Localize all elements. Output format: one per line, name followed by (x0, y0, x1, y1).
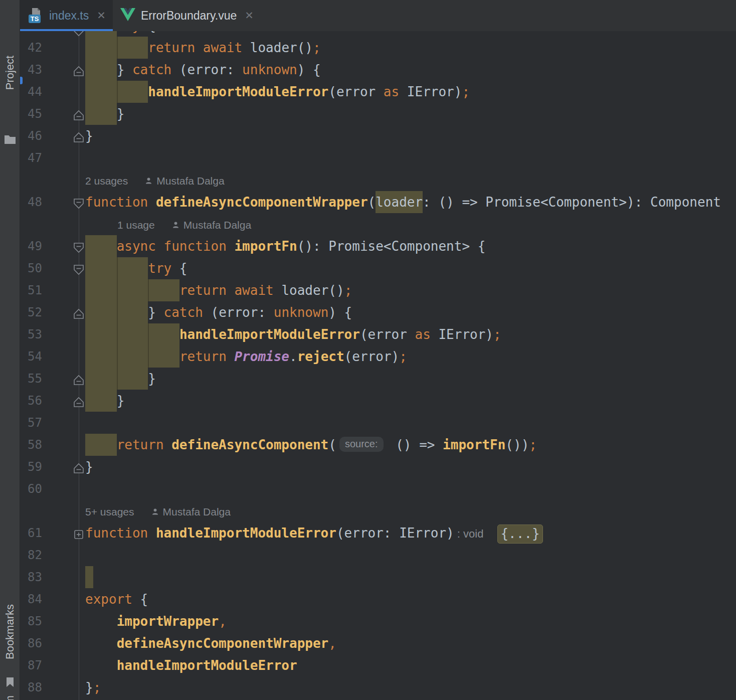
inlay-row[interactable]: 1 usageMustafa Dalga (20, 213, 736, 235)
code-line[interactable]: 54 return Promise.reject(error); (20, 345, 736, 368)
author-name: Mustafa Dalga (183, 214, 251, 236)
sidebar-item-partial[interactable]: m (4, 695, 17, 700)
line-number[interactable]: 49 (20, 235, 42, 257)
fold-up-icon[interactable] (73, 130, 84, 142)
inlay-row[interactable]: 5+ usagesMustafa Dalga (20, 500, 736, 522)
code-line[interactable]: 53 handleImportModuleError(error as IErr… (20, 323, 736, 345)
code-line[interactable]: 51 return await loader(); (20, 279, 736, 301)
fold-up-icon[interactable] (73, 64, 84, 76)
code-line[interactable]: 57 (20, 412, 736, 434)
code-token: loader() (281, 283, 344, 298)
code-line[interactable]: 86 defineAsyncComponentWrapper, (20, 632, 736, 654)
line-number[interactable]: 57 (20, 412, 42, 434)
line-number[interactable]: 84 (20, 588, 42, 610)
identifier-highlight: loader (376, 191, 423, 213)
code-line[interactable]: 43 } catch (error: unknown) { (20, 59, 736, 81)
fold-gutter (42, 257, 85, 279)
line-number[interactable]: 52 (20, 301, 42, 323)
folder-icon[interactable] (4, 134, 16, 146)
code-line[interactable]: 84export { (20, 588, 736, 610)
tab-errorboundary-vue[interactable]: ErrorBoundary.vue ✕ (113, 0, 261, 31)
code-line[interactable]: 50 try { (20, 257, 736, 279)
line-number[interactable]: 46 (20, 125, 42, 147)
line-number[interactable]: 85 (20, 610, 42, 632)
code-line[interactable]: 60 (20, 478, 736, 500)
code-line[interactable]: 48function defineAsyncComponentWrapper(l… (20, 191, 736, 213)
author-hint[interactable]: Mustafa Dalga (151, 501, 231, 523)
code-line[interactable]: 85 importWrapper, (20, 610, 736, 632)
line-number[interactable]: 44 (20, 81, 42, 103)
line-number[interactable]: 82 (20, 544, 42, 566)
close-icon[interactable]: ✕ (245, 10, 254, 22)
line-number[interactable]: 87 (20, 654, 42, 676)
usages-hint[interactable]: 5+ usages (85, 506, 134, 517)
fold-up-icon[interactable] (73, 461, 84, 473)
code-line[interactable]: 61function handleImportModuleError(error… (20, 522, 736, 544)
line-number[interactable]: 83 (20, 566, 42, 588)
author-hint[interactable]: Mustafa Dalga (172, 214, 251, 236)
fold-up-icon[interactable] (73, 108, 84, 120)
code-line[interactable]: 83 (20, 566, 736, 588)
sidebar-item-bookmarks[interactable]: Bookmarks (4, 604, 17, 659)
close-icon[interactable]: ✕ (97, 10, 106, 22)
code-line[interactable]: 52 } catch (error: unknown) { (20, 301, 736, 323)
usages-hint[interactable]: 1 usage (117, 219, 155, 231)
line-number[interactable]: 86 (20, 632, 42, 654)
author-hint[interactable]: Mustafa Dalga (145, 170, 224, 192)
sidebar-item-project[interactable]: Project (4, 56, 17, 90)
code-line[interactable]: 42 return await loader(); (20, 37, 736, 59)
usages-hint[interactable]: 2 usages (85, 175, 128, 187)
code-line[interactable]: 49 async function importFn(): Promise<Co… (20, 235, 736, 257)
fold-up-icon[interactable] (73, 306, 84, 318)
line-number[interactable]: 45 (20, 103, 42, 125)
folded-code-pill[interactable]: {...} (497, 524, 542, 544)
code-line[interactable]: 55 } (20, 368, 736, 390)
code-token: return (148, 40, 195, 55)
code-text: } (85, 368, 736, 390)
code-line[interactable]: 56 } (20, 390, 736, 412)
indent-highlight (85, 434, 117, 456)
tab-index-ts[interactable]: TS index.ts ✕ (20, 0, 113, 31)
code-line[interactable]: 87 handleImportModuleError (20, 654, 736, 676)
code-line[interactable]: try { (20, 31, 736, 37)
code-line[interactable]: 47 (20, 147, 736, 169)
fold-down-icon[interactable] (73, 31, 84, 36)
code-line[interactable]: 44 handleImportModuleError(error as IErr… (20, 81, 736, 103)
line-number[interactable]: 56 (20, 390, 42, 412)
code-editor[interactable]: try {42 return await loader();43 } catch… (20, 31, 736, 700)
line-number[interactable]: 47 (20, 147, 42, 169)
inlay-row[interactable]: 2 usagesMustafa Dalga (20, 169, 736, 191)
tab-label[interactable]: ErrorBoundary.vue (141, 9, 237, 23)
line-number[interactable]: 43 (20, 59, 42, 81)
line-number[interactable]: 59 (20, 456, 42, 478)
line-number[interactable]: 58 (20, 434, 42, 456)
line-number[interactable]: 42 (20, 37, 42, 59)
code-line[interactable]: 58 return defineAsyncComponent(source: (… (20, 434, 736, 456)
code-line[interactable]: 46} (20, 125, 736, 147)
line-number[interactable]: 54 (20, 345, 42, 368)
fold-down-icon[interactable] (73, 196, 84, 208)
bookmark-icon[interactable] (6, 677, 15, 690)
line-number[interactable]: 60 (20, 478, 42, 500)
line-number[interactable]: 55 (20, 368, 42, 390)
code-line[interactable]: 88}; (20, 676, 736, 698)
code-token: importFn (443, 437, 505, 452)
line-number[interactable]: 48 (20, 191, 42, 213)
code-line[interactable]: 82 (20, 544, 736, 566)
code-line[interactable]: 45 } (20, 103, 736, 125)
indent-highlight (117, 37, 148, 59)
fold-gutter (42, 147, 85, 169)
code-token: , (328, 636, 336, 651)
code-line[interactable]: 59} (20, 456, 736, 478)
line-number[interactable]: 51 (20, 279, 42, 301)
fold-up-icon[interactable] (73, 373, 84, 385)
line-number[interactable]: 88 (20, 676, 42, 698)
tab-label[interactable]: index.ts (49, 9, 89, 23)
fold-expand-icon[interactable] (73, 527, 84, 539)
fold-up-icon[interactable] (73, 395, 84, 407)
fold-down-icon[interactable] (73, 240, 84, 252)
fold-down-icon[interactable] (73, 262, 84, 274)
line-number[interactable]: 53 (20, 323, 42, 345)
line-number[interactable]: 61 (20, 522, 42, 544)
line-number[interactable]: 50 (20, 257, 42, 279)
